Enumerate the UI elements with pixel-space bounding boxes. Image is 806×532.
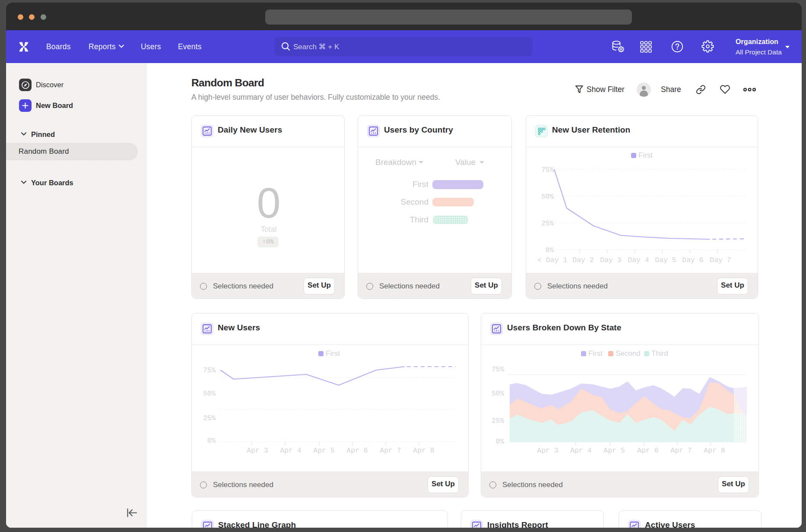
svg-text:Day 6: Day 6 <box>682 256 704 264</box>
svg-text:25%: 25% <box>492 417 504 425</box>
svg-text:75%: 75% <box>203 367 216 374</box>
svg-text:Apr 4: Apr 4 <box>280 446 301 455</box>
svg-text:75%: 75% <box>541 166 554 174</box>
svg-text:Apr 5: Apr 5 <box>603 446 625 455</box>
svg-text:Day 5: Day 5 <box>655 256 676 264</box>
svg-text:0%: 0% <box>496 438 505 446</box>
svg-text:Third: Third <box>651 349 668 358</box>
svg-text:Apr 8: Apr 8 <box>413 446 435 455</box>
svg-text:First: First <box>638 151 653 159</box>
svg-text:25%: 25% <box>541 220 554 228</box>
svg-text:0%: 0% <box>546 247 554 254</box>
svg-text:Apr 3: Apr 3 <box>247 446 268 455</box>
svg-text:Day 4: Day 4 <box>628 256 649 264</box>
svg-text:First: First <box>326 349 340 358</box>
svg-text:Apr 5: Apr 5 <box>313 446 335 455</box>
svg-text:Apr 4: Apr 4 <box>570 446 592 455</box>
svg-text:Apr 8: Apr 8 <box>704 446 725 455</box>
svg-text:Day 7: Day 7 <box>710 256 731 264</box>
svg-text:50%: 50% <box>492 390 504 398</box>
svg-text:25%: 25% <box>203 415 216 422</box>
svg-text:0%: 0% <box>207 437 216 445</box>
svg-text:Day 2: Day 2 <box>572 256 594 264</box>
svg-text:75%: 75% <box>492 366 504 374</box>
svg-text:Apr 6: Apr 6 <box>346 446 368 455</box>
svg-text:Day 3: Day 3 <box>600 256 622 264</box>
svg-text:Apr 3: Apr 3 <box>537 446 558 455</box>
svg-text:Apr 7: Apr 7 <box>670 446 692 455</box>
svg-text:< Day 1: < Day 1 <box>537 256 567 264</box>
svg-text:Second: Second <box>616 349 641 358</box>
svg-text:50%: 50% <box>541 193 554 201</box>
svg-text:Apr 7: Apr 7 <box>380 446 401 455</box>
svg-text:First: First <box>588 349 603 358</box>
svg-text:Apr 6: Apr 6 <box>637 446 659 455</box>
svg-text:50%: 50% <box>203 390 216 398</box>
